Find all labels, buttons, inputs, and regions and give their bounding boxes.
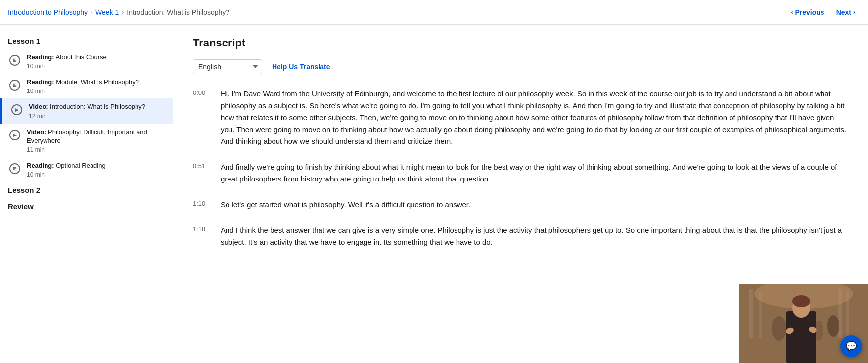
transcript-text-2: And finally we're going to finish by thi… — [221, 161, 848, 185]
transcript-title: Transcript — [193, 37, 848, 49]
transcript-controls: English Spanish French German Help Us Tr… — [193, 59, 848, 74]
item-title-5: Reading: Optional Reading — [27, 161, 165, 170]
svg-point-6 — [772, 316, 786, 341]
item-duration-4: 11 min — [27, 146, 165, 153]
video-icon-1: ▶ — [10, 103, 24, 117]
lesson1-heading: Lesson 1 — [0, 33, 173, 49]
breadcrumb-sep-2: › — [122, 9, 124, 16]
item-title-2: Reading: Module: What is Philosophy? — [27, 78, 165, 87]
timestamp-2: 0:51 — [193, 161, 211, 170]
item-duration-1: 10 min — [27, 63, 165, 70]
lesson2-heading: Lesson 2 — [0, 182, 173, 198]
reading-icon-1: ⊞ — [8, 53, 22, 67]
sidebar-item-video-difficult[interactable]: ▶ Video: Philosophy: Difficult, Importan… — [0, 124, 173, 157]
help-translate-link[interactable]: Help Us Translate — [272, 63, 330, 71]
sidebar-item-reading-module[interactable]: ⊞ Reading: Module: What is Philosophy? 1… — [0, 74, 173, 98]
nav-buttons: ‹ Previous Next › — [786, 5, 861, 19]
item-duration-2: 10 min — [27, 88, 165, 94]
breadcrumb-sep-1: › — [91, 9, 92, 16]
item-duration-5: 10 min — [27, 171, 165, 178]
next-button[interactable]: Next › — [831, 5, 860, 19]
transcript-text-3: So let's get started what is philosophy.… — [221, 199, 848, 211]
main-layout: Lesson 1 ⊞ Reading: About this Course 10… — [0, 25, 868, 363]
transcript-entry-3: 1:10 So let's get started what is philos… — [193, 199, 848, 211]
transcript-text-1: Hi. I'm Dave Ward from the University of… — [221, 88, 848, 147]
svg-point-7 — [827, 315, 839, 337]
review-heading: Review — [0, 198, 173, 215]
svg-rect-9 — [786, 311, 816, 363]
sidebar-item-reading-about[interactable]: ⊞ Reading: About this Course 10 min — [0, 49, 173, 74]
transcript-entry-4: 1:18 And I think the best answer that we… — [193, 225, 848, 248]
timestamp-1: 0:00 — [193, 88, 211, 96]
video-icon-2: ▶ — [8, 128, 22, 142]
chevron-left-icon: ‹ — [791, 9, 793, 16]
transcript-entry-2: 0:51 And finally we're going to finish b… — [193, 161, 848, 185]
sidebar-item-video-intro[interactable]: ▶ Video: Introduction: What is Philosoph… — [0, 98, 173, 123]
sidebar-item-reading-optional[interactable]: ⊞ Reading: Optional Reading 10 min — [0, 157, 173, 182]
item-title-1: Reading: About this Course — [27, 53, 165, 62]
reading-icon-2: ⊞ — [8, 78, 22, 92]
breadcrumb-course-link[interactable]: Introduction to Philosophy — [8, 8, 88, 16]
previous-button[interactable]: ‹ Previous — [786, 5, 829, 19]
chat-button[interactable]: 💬 — [840, 335, 862, 357]
item-title-4: Video: Philosophy: Difficult, Important … — [27, 128, 165, 145]
top-navigation: Introduction to Philosophy › Week 1 › In… — [0, 0, 868, 25]
timestamp-4: 1:18 — [193, 225, 211, 233]
reading-icon-3: ⊞ — [8, 162, 22, 176]
chevron-right-icon: › — [853, 9, 855, 16]
transcript-entry-1: 0:00 Hi. I'm Dave Ward from the Universi… — [193, 88, 848, 147]
breadcrumb-current: Introduction: What is Philosophy? — [127, 8, 229, 16]
item-duration-3: 12 min — [29, 113, 165, 120]
svg-point-11 — [792, 295, 810, 307]
breadcrumb-week-link[interactable]: Week 1 — [95, 8, 119, 16]
breadcrumb: Introduction to Philosophy › Week 1 › In… — [8, 8, 786, 16]
svg-rect-1 — [749, 289, 753, 338]
timestamp-3: 1:10 — [193, 199, 211, 207]
chat-icon: 💬 — [846, 341, 857, 352]
sidebar: Lesson 1 ⊞ Reading: About this Course 10… — [0, 25, 173, 363]
transcript-text-4: And I think the best answer that we can … — [221, 225, 848, 248]
language-select[interactable]: English Spanish French German — [193, 59, 262, 74]
item-title-3: Video: Introduction: What is Philosophy? — [29, 102, 165, 111]
